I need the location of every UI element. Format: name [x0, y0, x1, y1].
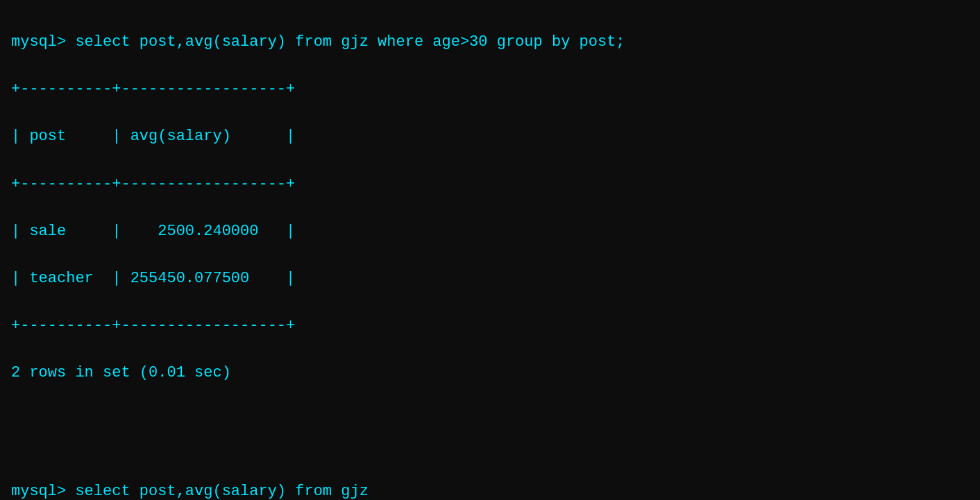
block1-row1: | sale | 2500.240000 |: [11, 220, 969, 243]
block1-result: 2 rows in set (0.01 sec): [11, 361, 969, 385]
block1-border-top: +----------+------------------+: [11, 78, 969, 101]
block1-border-mid: +----------+------------------+: [11, 173, 969, 196]
terminal-output: mysql> select post,avg(salary) from gjz …: [11, 7, 969, 500]
block2-line1: mysql> select post,avg(salary) from gjz: [11, 480, 969, 500]
block1-command: mysql> select post,avg(salary) from gjz …: [11, 31, 969, 54]
block1-header: | post | avg(salary) |: [11, 125, 969, 148]
blank-line: [11, 433, 969, 456]
block1-border-bot: +----------+------------------+: [11, 314, 969, 338]
block1-row2: | teacher | 255450.077500 |: [11, 267, 969, 291]
